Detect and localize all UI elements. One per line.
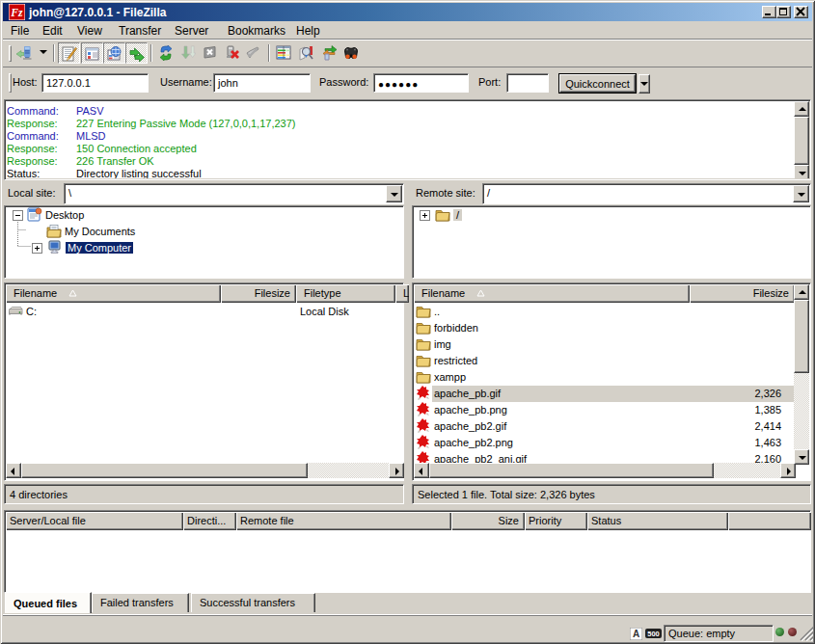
svg-text:Fz: Fz <box>10 7 23 19</box>
svg-text:A: A <box>633 629 639 639</box>
svg-text:500: 500 <box>647 630 660 638</box>
